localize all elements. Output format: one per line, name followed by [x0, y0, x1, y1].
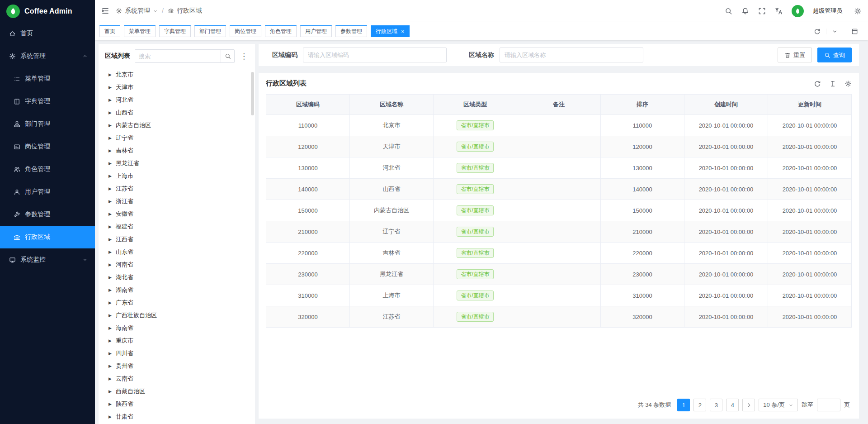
sidebar-item[interactable]: 部门管理 [0, 113, 95, 135]
tree-node[interactable]: ▶江苏省 [105, 182, 249, 195]
table-row[interactable]: 150000内蒙古自治区省市/直辖市1500002020-10-01 00:00… [266, 200, 852, 221]
tab[interactable]: 行政区域× [371, 25, 410, 37]
caret-icon[interactable]: ▶ [108, 237, 112, 242]
avatar[interactable] [792, 5, 804, 17]
caret-icon[interactable]: ▶ [108, 389, 112, 394]
caret-icon[interactable]: ▶ [108, 275, 112, 280]
fullscreen-icon[interactable] [758, 7, 766, 15]
caret-icon[interactable]: ▶ [108, 402, 112, 406]
tab[interactable]: 参数管理 [335, 25, 367, 37]
tab[interactable]: 部门管理 [194, 25, 226, 37]
caret-icon[interactable]: ▶ [108, 262, 112, 267]
tab[interactable]: 字典管理 [159, 25, 191, 37]
caret-icon[interactable]: ▶ [108, 351, 112, 356]
table-row[interactable]: 210000辽宁省省市/直辖市2100002020-10-01 00:00:00… [266, 221, 852, 243]
caret-icon[interactable]: ▶ [108, 110, 112, 115]
caret-icon[interactable]: ▶ [108, 174, 112, 178]
table-row[interactable]: 130000河北省省市/直辖市1300002020-10-01 00:00:00… [266, 157, 852, 179]
sidebar-item[interactable]: 系统监控 [0, 248, 95, 271]
tree-node[interactable]: ▶上海市 [105, 170, 249, 182]
reset-button[interactable]: 重置 [778, 48, 812, 62]
tree-node[interactable]: ▶河北省 [105, 94, 249, 106]
caret-icon[interactable]: ▶ [108, 364, 112, 368]
caret-icon[interactable]: ▶ [108, 250, 112, 254]
sidebar-item[interactable]: 用户管理 [0, 181, 95, 203]
sidebar-item[interactable]: 行政区域 [0, 226, 95, 248]
page-size-select[interactable]: 10 条/页 [759, 399, 798, 411]
table-row[interactable]: 220000吉林省省市/直辖市2200002020-10-01 00:00:00… [266, 243, 852, 264]
caret-icon[interactable]: ▶ [108, 148, 112, 153]
caret-icon[interactable]: ▶ [108, 376, 112, 381]
refresh-icon[interactable] [808, 28, 826, 35]
tab[interactable]: 菜单管理 [124, 25, 156, 37]
caret-icon[interactable]: ▶ [108, 326, 112, 330]
sidebar-item[interactable]: 首页 [0, 22, 95, 45]
table-row[interactable]: 120000天津市省市/直辖市1200002020-10-01 00:00:00… [266, 136, 852, 157]
jump-page-input[interactable] [817, 399, 840, 411]
layout-icon[interactable] [846, 28, 863, 35]
tree-node[interactable]: ▶海南省 [105, 322, 249, 334]
table-row[interactable]: 140000山西省省市/直辖市1400002020-10-01 00:00:00… [266, 179, 852, 200]
tree-node[interactable]: ▶山西省 [105, 106, 249, 119]
caret-icon[interactable]: ▶ [108, 161, 112, 166]
tree-node[interactable]: ▶安徽省 [105, 208, 249, 220]
table-row[interactable]: 110000北京市省市/直辖市1100002020-10-01 00:00:00… [266, 115, 852, 136]
tree-search-input[interactable] [135, 50, 221, 62]
caret-icon[interactable]: ▶ [108, 313, 112, 318]
tree-node[interactable]: ▶云南省 [105, 372, 249, 385]
code-input[interactable] [303, 48, 447, 62]
sidebar-item[interactable]: 字典管理 [0, 90, 95, 113]
page-button[interactable]: 3 [710, 399, 722, 411]
caret-icon[interactable]: ▶ [108, 212, 112, 216]
more-options-icon[interactable]: ⋮ [239, 52, 249, 60]
caret-icon[interactable]: ▶ [108, 72, 112, 77]
sidebar-item[interactable]: 参数管理 [0, 203, 95, 226]
tab-close-icon[interactable]: × [401, 29, 405, 34]
tab-actions-chevron-icon[interactable] [826, 29, 843, 34]
caret-icon[interactable]: ▶ [108, 136, 112, 140]
tree-node[interactable]: ▶湖北省 [105, 271, 249, 284]
table-settings-icon[interactable] [844, 80, 852, 87]
tree-node[interactable]: ▶江西省 [105, 233, 249, 246]
caret-icon[interactable]: ▶ [108, 98, 112, 102]
tree-node[interactable]: ▶湖南省 [105, 284, 249, 296]
tree-node[interactable]: ▶广西壮族自治区 [105, 309, 249, 322]
tree-node[interactable]: ▶福建省 [105, 220, 249, 233]
caret-icon[interactable]: ▶ [108, 300, 112, 305]
breadcrumb-parent[interactable]: 系统管理 [125, 7, 150, 15]
app-logo[interactable]: Coffee Admin [0, 0, 95, 22]
tab[interactable]: 角色管理 [265, 25, 297, 37]
name-input[interactable] [500, 48, 643, 62]
tab[interactable]: 首页 [99, 25, 120, 37]
tree-node[interactable]: ▶四川省 [105, 347, 249, 360]
tree-node[interactable]: ▶天津市 [105, 81, 249, 94]
translate-icon[interactable] [775, 7, 783, 15]
sidebar-item[interactable]: 菜单管理 [0, 67, 95, 90]
caret-icon[interactable]: ▶ [108, 199, 112, 204]
tree-node[interactable]: ▶陕西省 [105, 398, 249, 410]
menu-fold-icon[interactable] [101, 7, 109, 15]
tree-node[interactable]: ▶浙江省 [105, 195, 249, 208]
tab[interactable]: 岗位管理 [230, 25, 261, 37]
tree-scrollbar[interactable] [251, 72, 254, 115]
tree-search-icon[interactable] [221, 50, 234, 62]
sidebar-item[interactable]: 岗位管理 [0, 135, 95, 158]
page-button[interactable]: 2 [693, 399, 706, 411]
caret-icon[interactable]: ▶ [108, 338, 112, 343]
table-row[interactable]: 310000上海市省市/直辖市3100002020-10-01 00:00:00… [266, 285, 852, 306]
page-button[interactable]: 4 [726, 399, 739, 411]
caret-icon[interactable]: ▶ [108, 123, 112, 128]
caret-icon[interactable]: ▶ [108, 414, 112, 419]
sidebar-item[interactable]: 角色管理 [0, 158, 95, 181]
tab[interactable]: 用户管理 [300, 25, 332, 37]
search-button[interactable]: 查询 [817, 48, 852, 62]
tree-node[interactable]: ▶辽宁省 [105, 132, 249, 144]
search-icon[interactable] [725, 7, 732, 15]
next-page-button[interactable] [742, 399, 755, 411]
tree-node[interactable]: ▶北京市 [105, 68, 249, 81]
caret-icon[interactable]: ▶ [108, 224, 112, 229]
table-row[interactable]: 320000江苏省省市/直辖市3200002020-10-01 00:00:00… [266, 306, 852, 328]
tree-node[interactable]: ▶西藏自治区 [105, 385, 249, 398]
table-row[interactable]: 230000黑龙江省省市/直辖市2300002020-10-01 00:00:0… [266, 264, 852, 285]
sidebar-item[interactable]: 系统管理 [0, 45, 95, 67]
